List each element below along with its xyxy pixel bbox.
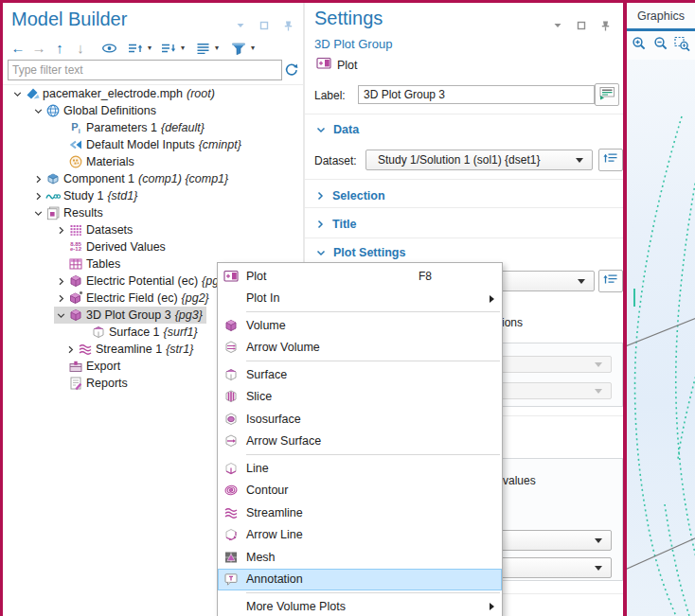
plot-group-3d-icon (67, 273, 84, 289)
tree-item-results[interactable]: Results (3, 204, 303, 221)
menu-item-contour[interactable]: Contour (218, 480, 502, 502)
chevron-down-icon[interactable] (10, 90, 24, 98)
chevron-right-icon[interactable] (63, 345, 77, 354)
chevron-right-icon[interactable] (54, 277, 67, 286)
go-to-source-button[interactable] (598, 149, 623, 171)
filter-funnel-icon[interactable] (230, 40, 247, 57)
chevron-down-icon[interactable] (31, 209, 45, 218)
menu-separator (246, 361, 500, 361)
derived-values-icon: 8.85e-12 (67, 242, 84, 252)
study-icon (45, 188, 62, 203)
zoom-out-icon[interactable] (652, 35, 669, 52)
submenu-arrow-icon (490, 603, 494, 610)
section-header-title[interactable]: Title (316, 217, 356, 232)
plot-group-3d-icon (67, 308, 84, 323)
filter-input[interactable] (8, 60, 282, 80)
label-field-label: Label: (314, 89, 346, 102)
go-to-source-icon (603, 151, 618, 168)
chevron-down-icon[interactable] (31, 107, 45, 115)
chevron-down-icon (316, 121, 326, 138)
chevron-right-icon[interactable] (54, 226, 67, 235)
back-arrow-icon[interactable]: ← (9, 40, 27, 57)
pin-icon[interactable] (597, 17, 614, 34)
tree-item-default-model-inputs[interactable]: Default Model Inputs {cminpt} (3, 136, 303, 153)
slice-icon (222, 389, 241, 404)
tab-graphics[interactable]: Graphics (627, 3, 695, 28)
float-icon[interactable] (573, 17, 590, 34)
down-arrow-icon[interactable]: ↓ (72, 40, 89, 57)
menu-separator (246, 592, 500, 593)
rename-button[interactable] (595, 83, 619, 106)
tree-item-root[interactable]: pacemaker_electrode.mph (root) (3, 85, 303, 102)
move-up-list-icon[interactable] (127, 40, 144, 57)
menu-item-more-volume-plots[interactable]: More Volume Plots (218, 595, 502, 616)
menu-item-slice[interactable]: Slice (218, 386, 502, 409)
menu-item-plot-in[interactable]: Plot In (218, 288, 502, 310)
move-up-caret-icon[interactable]: ▾ (148, 40, 151, 57)
menu-item-streamline[interactable]: Streamline (218, 502, 502, 524)
menu-item-line[interactable]: Line (218, 457, 502, 480)
go-to-source-button[interactable] (598, 270, 623, 292)
menu-item-surface[interactable]: Surface (218, 363, 502, 386)
tree-item-global-definitions[interactable]: Global Definitions (3, 102, 303, 119)
line-icon (222, 461, 241, 476)
chevron-right-icon (316, 216, 325, 233)
tree-item-materials[interactable]: Materials (3, 153, 303, 170)
menu-item-annotation[interactable]: Annotation (218, 569, 502, 591)
zoom-box-icon[interactable] (674, 35, 691, 52)
chevron-right-icon[interactable] (31, 192, 45, 201)
node-label-display-icon[interactable] (194, 40, 211, 57)
window-border-top (0, 0, 695, 3)
menu-item-arrow-volume[interactable]: Arrow Volume (218, 337, 502, 360)
move-down-caret-icon[interactable]: ▾ (181, 40, 185, 57)
up-arrow-icon[interactable]: ↑ (51, 40, 68, 57)
settings-title: Settings (314, 8, 383, 29)
show-eye-icon[interactable] (100, 40, 117, 57)
comsol-model-icon (24, 86, 41, 101)
menu-item-arrow-surface[interactable]: Arrow Surface (218, 431, 502, 453)
graphics-toolbar (631, 35, 691, 52)
collapse-icon[interactable] (232, 17, 249, 34)
model-inputs-icon (67, 137, 84, 152)
float-icon[interactable] (256, 17, 273, 34)
submenu-arrow-icon (490, 295, 494, 303)
section-header-plot-settings[interactable]: Plot Settings (316, 245, 405, 260)
tree-item-parameters[interactable]: Pi Parameters 1 {default} (3, 119, 303, 136)
pin-icon[interactable] (279, 17, 296, 34)
section-divider (305, 207, 623, 208)
tree-item-study-1[interactable]: Study 1 {std1} (3, 187, 303, 204)
window-border-left (0, 0, 3, 616)
chevron-down-icon (316, 244, 326, 261)
menu-item-plot[interactable]: Plot F8 (218, 265, 502, 288)
dataset-select[interactable]: Study 1/Solution 1 (sol1) {dset1} (365, 150, 593, 170)
menu-item-mesh[interactable]: Mesh (218, 546, 502, 569)
plot-icon (316, 57, 331, 74)
graphics-canvas[interactable] (627, 60, 695, 616)
section-divider (305, 179, 623, 180)
volume-icon (222, 318, 241, 333)
label-input[interactable] (358, 85, 595, 104)
menu-item-arrow-line[interactable]: Arrow Line (218, 524, 502, 547)
section-header-selection[interactable]: Selection (316, 188, 385, 203)
node-label-caret-icon[interactable]: ▾ (215, 40, 219, 57)
section-header-data[interactable]: Data (316, 122, 359, 137)
plot-icon (222, 270, 241, 283)
plot-button[interactable]: Plot (312, 56, 362, 75)
chevron-down-icon[interactable] (54, 311, 67, 320)
menu-item-volume[interactable]: Volume (218, 314, 502, 337)
tree-item-component-1[interactable]: Component 1 (comp1) {comp1} (3, 170, 303, 187)
refresh-icon[interactable] (282, 61, 299, 78)
move-down-list-icon[interactable] (160, 40, 177, 57)
chevron-right-icon[interactable] (31, 175, 45, 184)
filter-caret-icon[interactable]: ▾ (251, 40, 255, 57)
zoom-in-icon[interactable] (631, 35, 648, 52)
chevron-right-icon[interactable] (54, 294, 67, 303)
tree-item-derived-values[interactable]: 8.85e-12 Derived Values (3, 238, 303, 255)
streamline-icon (222, 505, 241, 520)
chevron-down-icon (595, 362, 602, 367)
component-icon (45, 171, 62, 186)
menu-item-isosurface[interactable]: Isosurface (218, 408, 502, 431)
forward-arrow-icon[interactable]: → (30, 40, 47, 57)
tree-item-datasets[interactable]: Datasets (3, 221, 303, 238)
collapse-icon[interactable] (549, 17, 566, 34)
